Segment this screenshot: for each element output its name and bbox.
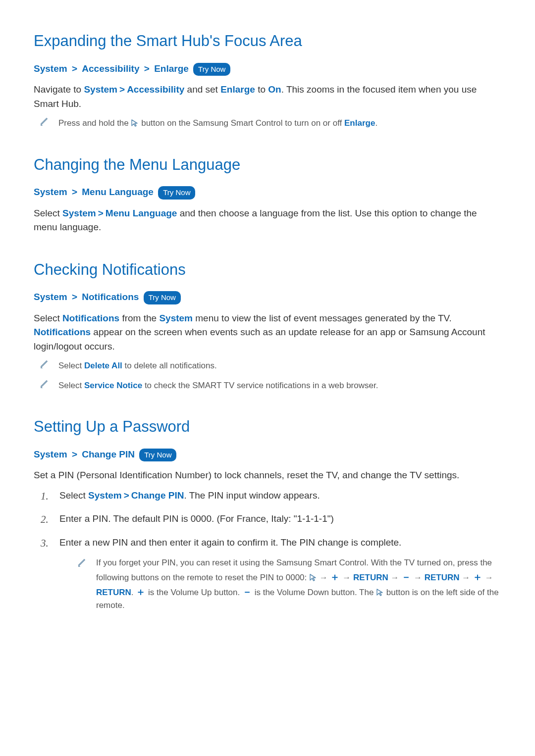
- section-title-notif: Checking Notifications: [34, 258, 501, 282]
- nav-enlarge[interactable]: Enlarge: [154, 63, 189, 74]
- note-item: Select Delete All to delete all notifica…: [41, 359, 501, 372]
- section-title-pwd: Setting Up a Password: [34, 415, 501, 439]
- note-item: Press and hold the button on the Samsung…: [41, 117, 501, 130]
- chevron-icon: >: [70, 292, 79, 302]
- breadcrumb-notif: System > Notifications Try Now: [34, 290, 501, 304]
- body-text-expand: Navigate to System>Accessibility and set…: [34, 83, 501, 111]
- nav-system[interactable]: System: [34, 292, 67, 302]
- chevron-icon: >: [142, 63, 152, 74]
- step-number: 2.: [41, 512, 50, 528]
- step-3: 3. Enter a new PIN and then enter it aga…: [41, 536, 501, 612]
- minus-icon: －: [242, 586, 252, 597]
- nav-system[interactable]: System: [34, 63, 67, 74]
- body-text-notif: Select Notifications from the System men…: [34, 311, 501, 354]
- body-text-pwd: Set a PIN (Personal Identification Numbe…: [34, 468, 501, 483]
- breadcrumb-lang: System > Menu Language Try Now: [34, 185, 501, 200]
- cursor-icon: [376, 588, 384, 596]
- minus-icon: －: [401, 571, 411, 582]
- try-now-button[interactable]: Try Now: [144, 291, 181, 304]
- step-2: 2. Enter a PIN. The default PIN is 0000.…: [41, 512, 501, 528]
- cursor-icon: [131, 119, 139, 127]
- pencil-icon: [41, 117, 50, 130]
- plus-icon: ＋: [473, 571, 482, 582]
- section-title-lang: Changing the Menu Language: [34, 153, 501, 177]
- chevron-icon: >: [70, 63, 79, 74]
- try-now-button[interactable]: Try Now: [139, 449, 176, 462]
- nav-system[interactable]: System: [34, 449, 67, 459]
- step-number: 1.: [41, 489, 50, 504]
- nav-menu-language[interactable]: Menu Language: [82, 187, 154, 197]
- note-item: Select Service Notice to check the SMART…: [41, 379, 501, 392]
- try-now-button[interactable]: Try Now: [193, 63, 230, 76]
- chevron-icon: >: [70, 187, 79, 197]
- plus-icon: ＋: [330, 571, 340, 582]
- sub-note: If you forget your PIN, you can reset it…: [78, 556, 501, 611]
- plus-icon: ＋: [136, 586, 146, 597]
- breadcrumb-pwd: System > Change PIN Try Now: [34, 448, 501, 462]
- section-title-expand: Expanding the Smart Hub's Focus Area: [34, 30, 501, 53]
- nav-accessibility[interactable]: Accessibility: [82, 63, 139, 74]
- body-text-lang: Select System>Menu Language and then cho…: [34, 206, 501, 235]
- cursor-icon: [309, 573, 317, 581]
- step-1: 1. Select System>Change PIN. The PIN inp…: [41, 489, 501, 504]
- nav-notifications[interactable]: Notifications: [82, 292, 139, 302]
- pencil-icon: [41, 379, 50, 392]
- nav-change-pin[interactable]: Change PIN: [82, 449, 135, 459]
- nav-system[interactable]: System: [34, 187, 67, 197]
- try-now-button[interactable]: Try Now: [158, 186, 195, 200]
- step-number: 3.: [41, 536, 50, 612]
- pencil-icon: [78, 558, 87, 611]
- chevron-icon: >: [70, 449, 79, 459]
- breadcrumb-expand: System > Accessibility > Enlarge Try Now: [34, 62, 501, 76]
- pencil-icon: [41, 359, 50, 372]
